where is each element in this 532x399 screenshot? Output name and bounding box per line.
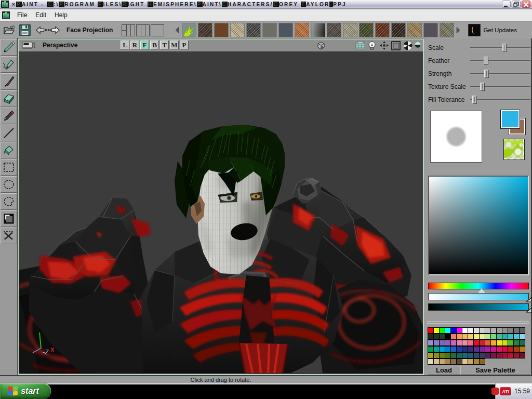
ati-tray-icon[interactable]: ATI	[500, 387, 511, 395]
color-field[interactable]	[428, 176, 529, 275]
texture-scroll-left[interactable]	[175, 24, 180, 36]
texture-scroll-right[interactable]	[456, 24, 461, 36]
slider-label: Texture Scale	[428, 83, 466, 90]
toolbar: Face Projection Get Updates	[0, 22, 532, 38]
slider-track[interactable]	[470, 47, 530, 48]
texture-tile-9[interactable]	[311, 23, 325, 37]
projection-box-1[interactable]	[122, 24, 135, 36]
window-title: ×PAINT - C:\PROGRAM FILES\RIGHT HEMISPHE…	[12, 2, 347, 7]
slider-feather: Feather	[428, 57, 531, 65]
texture-tile-8[interactable]	[295, 23, 309, 37]
saturation-marker[interactable]	[526, 297, 532, 302]
texture-tile-11[interactable]	[343, 23, 357, 37]
rotate-view-icon[interactable]	[403, 40, 413, 51]
tool-paintbrush[interactable]	[1, 73, 17, 90]
tool-pencil[interactable]	[1, 39, 17, 56]
tool-lasso-select[interactable]	[1, 193, 17, 210]
light-icon[interactable]	[367, 40, 377, 51]
texture-tile-4[interactable]	[230, 23, 245, 37]
texture-swatch[interactable]	[503, 139, 525, 160]
hue-marker[interactable]	[478, 288, 485, 293]
uv-cube-icon[interactable]	[316, 41, 326, 53]
close-icon	[522, 1, 530, 7]
texture-tile-13[interactable]	[375, 23, 390, 37]
tool-fill-bucket[interactable]	[1, 142, 17, 158]
tool-eraser[interactable]	[1, 90, 17, 107]
tray-icon-partial[interactable]	[491, 388, 499, 395]
pan-icon[interactable]	[379, 40, 389, 51]
texture-tile-10[interactable]	[327, 23, 341, 37]
restore-button[interactable]	[512, 1, 521, 8]
start-button[interactable]: start	[0, 383, 51, 399]
texture-tile-14[interactable]	[391, 23, 406, 37]
view-button-f[interactable]: F	[140, 41, 149, 49]
menu-file[interactable]: File	[13, 10, 31, 20]
view-button-p[interactable]: P	[180, 41, 189, 49]
slider-track[interactable]	[470, 86, 530, 87]
texture-tile-15[interactable]	[407, 23, 422, 37]
slider-thumb[interactable]	[502, 44, 507, 52]
lasso-select-icon	[2, 195, 16, 208]
tool-deselect[interactable]	[1, 228, 17, 244]
viewport-label: Perspective	[43, 42, 77, 49]
palette-cell[interactable]	[519, 334, 525, 340]
tool-palette	[0, 38, 18, 375]
save-palette-button[interactable]: Save Palette	[460, 366, 530, 375]
view-button-t[interactable]: T	[160, 41, 169, 49]
view-button-b[interactable]: B	[150, 41, 159, 49]
palette-cell[interactable]	[519, 340, 525, 346]
view-button-l[interactable]: L	[121, 41, 129, 49]
texture-tile-7[interactable]	[278, 23, 293, 37]
spheremap-icon[interactable]	[355, 40, 365, 51]
tool-rect-select[interactable]	[1, 159, 17, 176]
texture-tile-1[interactable]	[182, 23, 196, 37]
tool-eyedropper[interactable]	[1, 108, 17, 124]
projection-box-2[interactable]	[136, 24, 150, 36]
texture-tile-3[interactable]	[214, 23, 229, 37]
viewport-canvas[interactable]: -Z X	[19, 52, 423, 374]
save-button[interactable]	[19, 23, 31, 37]
frame-icon[interactable]	[391, 40, 401, 51]
minimize-icon	[502, 1, 510, 7]
palette-cell[interactable]	[519, 352, 525, 358]
value-bar[interactable]	[428, 303, 529, 311]
texture-tile-6[interactable]	[262, 23, 277, 37]
texture-tile-5[interactable]	[246, 23, 261, 37]
tool-ellipse-select[interactable]	[1, 176, 17, 193]
palette-cell[interactable]	[479, 358, 485, 365]
menu-help[interactable]: Help	[50, 10, 72, 20]
slider-thumb[interactable]	[484, 57, 488, 65]
brush-preview[interactable]	[430, 111, 482, 163]
open-button[interactable]	[3, 23, 16, 37]
tool-line[interactable]	[1, 125, 17, 141]
texture-tile-16[interactable]	[423, 23, 438, 37]
palette-cell[interactable]	[519, 327, 525, 334]
minimize-button[interactable]	[502, 1, 511, 8]
texture-tile-17[interactable]	[440, 23, 454, 37]
palette-cell[interactable]	[519, 346, 525, 352]
tool-gradient[interactable]	[1, 210, 17, 227]
saturation-bar[interactable]	[428, 293, 529, 300]
texture-tile-12[interactable]	[359, 23, 374, 37]
load-palette-button[interactable]: Load	[428, 366, 460, 375]
get-updates-button[interactable]: Get Updates	[468, 24, 517, 36]
texture-tile-2[interactable]	[198, 23, 212, 37]
menu-edit[interactable]: Edit	[31, 10, 50, 20]
value-marker[interactable]	[526, 308, 532, 313]
view-button-m[interactable]: M	[170, 41, 179, 49]
slider-track[interactable]	[470, 99, 530, 100]
redo-button[interactable]	[48, 23, 60, 37]
slider-thumb[interactable]	[480, 83, 485, 91]
slider-track[interactable]	[470, 60, 530, 61]
slider-track[interactable]	[470, 73, 530, 74]
view-button-r[interactable]: R	[130, 41, 139, 49]
close-button[interactable]	[522, 1, 530, 8]
get-updates-icon	[468, 24, 481, 36]
shader-sphere-icon[interactable]	[415, 40, 421, 51]
foreground-color-swatch[interactable]	[501, 110, 520, 128]
slider-thumb[interactable]	[484, 70, 489, 78]
undo-button[interactable]	[35, 23, 48, 37]
tool-airbrush[interactable]	[1, 56, 17, 73]
projection-box-3[interactable]	[151, 24, 164, 36]
slider-thumb[interactable]	[472, 96, 477, 104]
